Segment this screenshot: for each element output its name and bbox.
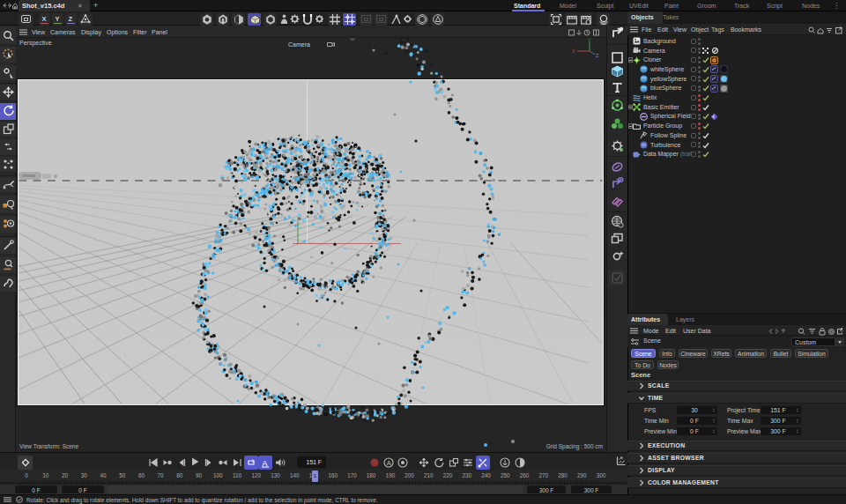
svg-text:170: 170 <box>347 472 357 478</box>
svg-text:100: 100 <box>213 472 223 478</box>
svg-text:250: 250 <box>501 472 510 478</box>
svg-text:60: 60 <box>138 472 145 478</box>
svg-text:80: 80 <box>176 472 183 478</box>
svg-text:120: 120 <box>252 472 262 478</box>
svg-text:160: 160 <box>328 472 338 478</box>
svg-text:110: 110 <box>233 472 242 478</box>
svg-text:270: 270 <box>538 472 548 478</box>
svg-text:130: 130 <box>271 472 280 478</box>
svg-text:A: A <box>263 458 268 467</box>
svg-text:40: 40 <box>100 472 107 478</box>
svg-text:90: 90 <box>196 472 203 478</box>
svg-text:290: 290 <box>577 472 587 478</box>
svg-text:260: 260 <box>520 472 530 478</box>
svg-text:10: 10 <box>42 472 49 478</box>
svg-text:0: 0 <box>25 472 28 478</box>
svg-text:A: A <box>387 458 391 466</box>
svg-text:70: 70 <box>158 472 165 478</box>
svg-text:220: 220 <box>443 472 453 478</box>
svg-text:140: 140 <box>290 472 300 478</box>
svg-text:20: 20 <box>62 472 69 478</box>
svg-text:30: 30 <box>81 472 88 478</box>
svg-text:240: 240 <box>481 472 491 478</box>
svg-text:280: 280 <box>558 472 568 478</box>
svg-text:50: 50 <box>119 472 126 478</box>
svg-text:300: 300 <box>597 472 606 478</box>
svg-text:200: 200 <box>404 472 414 478</box>
svg-text:230: 230 <box>463 472 472 478</box>
svg-text:180: 180 <box>367 472 376 478</box>
svg-text:210: 210 <box>424 472 434 478</box>
svg-text:190: 190 <box>386 472 396 478</box>
